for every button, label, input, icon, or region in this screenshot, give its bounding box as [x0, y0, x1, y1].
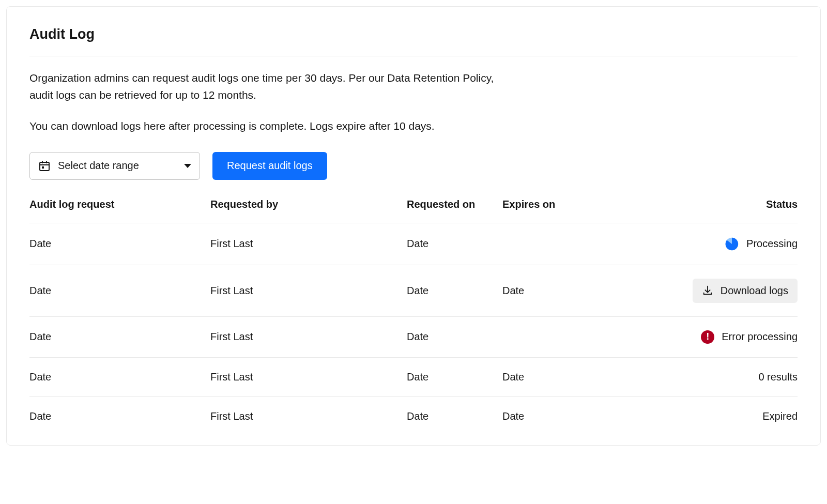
- cell-request: Date: [29, 410, 210, 422]
- cell-request: Date: [29, 331, 210, 343]
- cell-requested-on: Date: [407, 238, 502, 250]
- spinner-icon: [725, 237, 739, 251]
- calendar-icon: [38, 160, 51, 172]
- cell-status: 0 results: [580, 371, 798, 383]
- svg-rect-4: [42, 166, 44, 169]
- cell-requested-by: First Last: [210, 371, 407, 383]
- cell-status: Expired: [580, 410, 798, 422]
- cell-expires-on: Date: [502, 285, 580, 297]
- cell-request: Date: [29, 371, 210, 383]
- cell-expires-on: Date: [502, 371, 580, 383]
- download-logs-button[interactable]: Download logs: [693, 279, 798, 303]
- table-row: DateFirst LastDate Processing: [29, 223, 798, 265]
- download-label: Download logs: [721, 285, 788, 297]
- column-header-request: Audit log request: [29, 198, 210, 210]
- error-icon: !: [701, 330, 714, 344]
- column-header-expires-on: Expires on: [502, 198, 580, 210]
- request-audit-logs-button[interactable]: Request audit logs: [212, 152, 327, 180]
- table-row: DateFirst LastDateDateExpired: [29, 397, 798, 422]
- status-error: !Error processing: [701, 330, 798, 344]
- description-paragraph-2: You can download logs here after process…: [29, 118, 798, 134]
- title-divider: [29, 56, 798, 56]
- table-row: DateFirst LastDateDate Download logs: [29, 265, 798, 317]
- status-processing: Processing: [725, 237, 798, 251]
- date-range-picker[interactable]: Select date range: [29, 152, 200, 180]
- table-row: DateFirst LastDateDate0 results: [29, 358, 798, 397]
- cell-expires-on: Date: [502, 410, 580, 422]
- table-header: Audit log request Requested by Requested…: [29, 198, 798, 223]
- column-header-requested-on: Requested on: [407, 198, 502, 210]
- svg-rect-0: [40, 162, 49, 171]
- cell-requested-on: Date: [407, 285, 502, 297]
- column-header-requested-by: Requested by: [210, 198, 407, 210]
- date-range-label: Select date range: [58, 160, 139, 172]
- cell-requested-on: Date: [407, 371, 502, 383]
- cell-requested-by: First Last: [210, 285, 407, 297]
- cell-status: !Error processing: [580, 330, 798, 344]
- audit-log-card: Audit Log Organization admins can reques…: [6, 6, 821, 446]
- download-icon: [702, 285, 713, 296]
- cell-request: Date: [29, 238, 210, 250]
- column-header-status: Status: [580, 198, 798, 210]
- table-row: DateFirst LastDate!Error processing: [29, 317, 798, 358]
- cell-requested-on: Date: [407, 331, 502, 343]
- cell-status: Download logs: [580, 279, 798, 303]
- table-body: DateFirst LastDate ProcessingDateFirst L…: [29, 223, 798, 422]
- cell-requested-by: First Last: [210, 410, 407, 422]
- cell-request: Date: [29, 285, 210, 297]
- cell-requested-on: Date: [407, 410, 502, 422]
- cell-requested-by: First Last: [210, 238, 407, 250]
- controls-row: Select date range Request audit logs: [29, 152, 798, 180]
- cell-requested-by: First Last: [210, 331, 407, 343]
- description-paragraph-1: Organization admins can request audit lo…: [29, 70, 500, 103]
- status-label: Expired: [762, 410, 798, 422]
- cell-status: Processing: [580, 237, 798, 251]
- status-label: 0 results: [758, 371, 798, 383]
- chevron-down-icon: [184, 164, 191, 168]
- page-title: Audit Log: [29, 26, 798, 42]
- status-label: Processing: [746, 238, 798, 250]
- status-label: Error processing: [722, 331, 798, 343]
